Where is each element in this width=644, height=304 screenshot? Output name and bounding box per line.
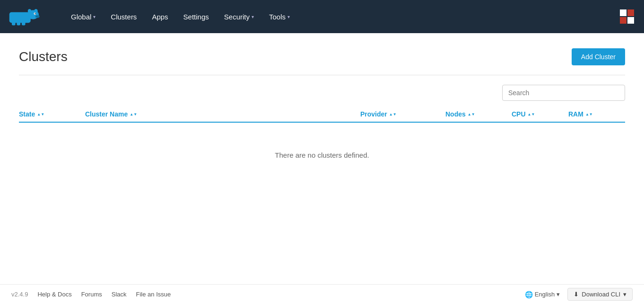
download-icon: ⬇ [574, 291, 579, 298]
footer-right: 🌐 English ▾ ⬇ Download CLI ▾ [525, 288, 633, 301]
nav-item-settings[interactable]: Settings [176, 9, 217, 25]
chevron-down-icon: ▾ [252, 14, 254, 19]
slack-link[interactable]: Slack [112, 291, 127, 298]
svg-rect-10 [17, 22, 21, 26]
sort-icon: ▲▼ [528, 112, 535, 116]
empty-state-message: There are no clusters defined. [19, 123, 625, 188]
sort-icon: ▲▼ [130, 112, 137, 116]
main-content: Clusters Add Cluster State ▲▼ Cluster Na… [0, 33, 644, 203]
th-nodes[interactable]: Nodes ▲▼ [445, 110, 512, 118]
nav-item-tools[interactable]: Tools ▾ [261, 9, 297, 25]
nav-menu: Global ▾ Clusters Apps Settings Security… [63, 9, 618, 25]
table-header: State ▲▼ Cluster Name ▲▼ Provider ▲▼ Nod… [19, 107, 625, 123]
th-provider[interactable]: Provider ▲▼ [360, 110, 445, 118]
th-state[interactable]: State ▲▼ [19, 110, 85, 118]
header-divider [19, 75, 625, 75]
chevron-down-icon: ▾ [623, 291, 627, 298]
chevron-down-icon: ▾ [557, 291, 560, 298]
flag-cell [620, 9, 627, 16]
th-cpu[interactable]: CPU ▲▼ [512, 110, 568, 118]
sort-icon: ▲▼ [389, 112, 397, 116]
th-cluster-name[interactable]: Cluster Name ▲▼ [85, 110, 360, 118]
svg-rect-9 [12, 22, 16, 26]
sort-icon: ▲▼ [37, 112, 44, 116]
svg-point-7 [36, 16, 37, 17]
add-cluster-button[interactable]: Add Cluster [572, 48, 625, 65]
version-label: v2.4.9 [11, 291, 28, 298]
search-input[interactable] [502, 85, 625, 101]
nav-item-security[interactable]: Security ▾ [217, 9, 261, 25]
nav-item-global[interactable]: Global ▾ [63, 9, 103, 25]
download-cli-button[interactable]: ⬇ Download CLI ▾ [567, 288, 633, 301]
footer: v2.4.9 Help & Docs Forums Slack File an … [0, 284, 644, 304]
footer-left: v2.4.9 Help & Docs Forums Slack File an … [11, 291, 171, 298]
app-logo[interactable] [8, 5, 60, 28]
help-docs-link[interactable]: Help & Docs [37, 291, 71, 298]
flag-cell [627, 17, 634, 24]
forums-link[interactable]: Forums [81, 291, 102, 298]
nav-item-clusters[interactable]: Clusters [103, 9, 144, 25]
search-area [19, 85, 625, 101]
sort-icon: ▲▼ [468, 112, 475, 116]
navbar: Global ▾ Clusters Apps Settings Security… [0, 0, 644, 33]
page-header: Clusters Add Cluster [19, 48, 625, 65]
navbar-right [618, 7, 636, 26]
flag-button[interactable] [618, 7, 636, 26]
svg-point-5 [35, 13, 35, 14]
chevron-down-icon: ▾ [287, 14, 290, 19]
globe-icon: 🌐 [525, 291, 533, 298]
flag-grid [620, 9, 634, 24]
flag-cell [627, 9, 634, 16]
sort-icon: ▲▼ [585, 112, 593, 116]
th-ram[interactable]: RAM ▲▼ [568, 110, 625, 118]
language-selector[interactable]: 🌐 English ▾ [525, 291, 560, 298]
clusters-table: State ▲▼ Cluster Name ▲▼ Provider ▲▼ Nod… [19, 107, 625, 188]
nav-item-apps[interactable]: Apps [144, 9, 175, 25]
svg-point-2 [28, 9, 32, 13]
svg-rect-11 [22, 22, 26, 26]
svg-point-6 [35, 15, 40, 18]
flag-cell [620, 17, 627, 24]
svg-rect-0 [9, 12, 31, 23]
chevron-down-icon: ▾ [93, 14, 96, 19]
page-title: Clusters [19, 49, 68, 64]
file-issue-link[interactable]: File an Issue [136, 291, 171, 298]
svg-point-8 [38, 16, 39, 17]
